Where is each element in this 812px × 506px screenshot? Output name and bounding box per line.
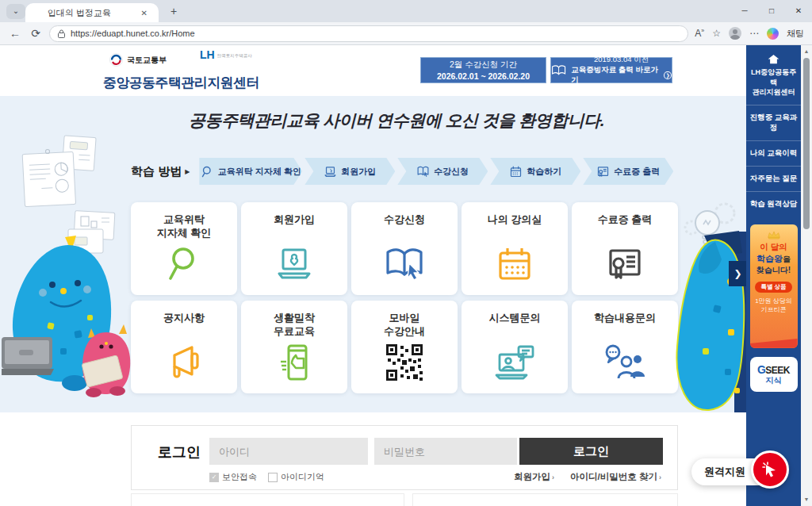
address-bar[interactable]: https://eduapt.hunet.co.kr/Home bbox=[49, 25, 688, 42]
book-icon bbox=[551, 64, 566, 76]
quick-sidebar: LH중앙공동주택 관리지원센터 진행중 교육과정 나의 교육이력 자주묻는 질문… bbox=[746, 45, 801, 506]
url-text: https://eduapt.hunet.co.kr/Home bbox=[71, 29, 195, 38]
qr-code-icon bbox=[386, 344, 423, 381]
close-button[interactable]: ✕ bbox=[785, 0, 812, 22]
enrollment-period-banner[interactable]: 2월 수강신청 기간 2026.02.01 ~ 2026.02.20 bbox=[420, 57, 546, 83]
card-signup[interactable]: 회원가입 bbox=[241, 202, 347, 295]
checkbox-empty-icon bbox=[268, 473, 278, 482]
sidebar-item-faq[interactable]: 자주묻는 질문 bbox=[746, 166, 801, 191]
sidebar-item-ongoing-courses[interactable]: 진행중 교육과정 bbox=[746, 105, 801, 140]
magnifier-icon bbox=[165, 245, 203, 283]
browser-tab[interactable]: 입대의 법정교육 ✕ bbox=[25, 3, 159, 22]
step-learn: 학습하기 bbox=[490, 158, 580, 185]
card-print-certificate[interactable]: 수료증 출력 bbox=[572, 202, 678, 295]
triangle-icon: ▶ bbox=[185, 168, 190, 175]
minimize-button[interactable]: ─ bbox=[731, 0, 758, 22]
chevron-right-icon: › bbox=[552, 473, 554, 481]
lh-subtitle: 한국토지주택공사 bbox=[217, 53, 252, 60]
screen: ⌄ 입대의 법정교육 ✕ + ─ □ ✕ ← ⟳ https://eduapt.… bbox=[0, 0, 812, 506]
home-icon bbox=[768, 54, 779, 64]
chevron-right-icon: › bbox=[659, 473, 661, 481]
step-enroll: 수강신청 bbox=[397, 158, 488, 185]
certificate-icon bbox=[605, 245, 645, 283]
welcome-message: 공동주택관리교육 사이버 연수원에 오신 것을 환영합니다. bbox=[119, 109, 674, 132]
remote-support-icon[interactable] bbox=[751, 450, 789, 489]
cursor-click-icon bbox=[760, 460, 779, 479]
secure-access-checkbox[interactable]: ✓ 보안접속 bbox=[209, 471, 257, 483]
card-enroll[interactable]: 수강신청 bbox=[351, 202, 458, 295]
step-print-certificate: 수료증 출력 bbox=[583, 158, 673, 185]
card-free-education[interactable]: 생활밀착무료교육 bbox=[241, 301, 347, 393]
gseek-banner[interactable]: GSEEK 지식 bbox=[750, 357, 798, 392]
bottom-board-right bbox=[412, 493, 678, 506]
learning-king-banner[interactable]: 이 달의 학습왕을 찾습니다! 특별 상품 1만원 상당의기프티콘 bbox=[750, 224, 798, 348]
laptop-icon bbox=[324, 165, 337, 178]
checkbox-checked-icon: ✓ bbox=[209, 473, 219, 482]
tab-close-icon[interactable]: ✕ bbox=[138, 7, 151, 19]
browser-tabstrip: ⌄ 입대의 법정교육 ✕ + ─ □ ✕ bbox=[0, 0, 812, 22]
card-notice[interactable]: 공지사항 bbox=[131, 301, 237, 393]
sidebar-item-my-history[interactable]: 나의 교육이력 bbox=[746, 140, 801, 166]
page-scrollbar[interactable]: ▲ ▼ bbox=[801, 45, 812, 506]
browser-toolbar: ← ⟳ https://eduapt.hunet.co.kr/Home A» ☆… bbox=[0, 22, 812, 45]
login-button[interactable]: 로그인 bbox=[519, 438, 663, 465]
calendar-icon bbox=[496, 245, 534, 283]
favorite-star-icon[interactable]: ☆ bbox=[712, 28, 721, 39]
more-menu-icon[interactable]: ⋯ bbox=[749, 28, 759, 39]
back-icon[interactable]: ← bbox=[8, 27, 22, 40]
magnifier-icon bbox=[201, 165, 214, 178]
lock-icon bbox=[58, 29, 65, 38]
remember-id-checkbox[interactable]: 아이디기억 bbox=[268, 471, 324, 483]
login-label: 로그인 bbox=[158, 443, 201, 462]
quick-menu-cards: 교육위탁지자체 확인 회원가입 수강신청 나의 강의실 수료증 출력 공지사항 bbox=[131, 202, 678, 393]
gseek-logo: G bbox=[757, 363, 765, 376]
copilot-icon[interactable] bbox=[767, 28, 779, 40]
book-cursor-icon bbox=[383, 244, 426, 284]
maximize-button[interactable]: □ bbox=[758, 0, 785, 22]
copilot-label[interactable]: 채팅 bbox=[787, 28, 804, 40]
people-chat-icon bbox=[603, 343, 647, 381]
join-link[interactable]: 회원가입› bbox=[514, 471, 554, 483]
card-mobile-guide[interactable]: 모바일수강안내 bbox=[351, 301, 458, 393]
new-tab-button[interactable]: + bbox=[165, 3, 182, 19]
lh-logo: LH 한국토지주택공사 bbox=[200, 49, 252, 60]
scrollbar-thumb[interactable] bbox=[803, 58, 810, 229]
sidebar-item-remote-counsel[interactable]: 학습 원격상담 bbox=[746, 191, 801, 217]
sidebar-home[interactable]: LH중앙공동주택 관리지원센터 bbox=[746, 45, 801, 105]
learning-steps: 학습 방법▶ 교육위탁 지자체 확인 회원가입 수강신청 학습하기 수료증 출력 bbox=[131, 158, 673, 185]
id-input[interactable] bbox=[209, 438, 368, 465]
calendar-icon bbox=[509, 165, 523, 178]
password-input[interactable] bbox=[374, 438, 517, 465]
ministry-logo-icon bbox=[109, 53, 123, 67]
card-system-inquiry[interactable]: 시스템문의 bbox=[462, 301, 568, 393]
certificate-print-line2: 교육증빙자료 출력 바로가기 bbox=[571, 65, 661, 86]
card-check-municipality[interactable]: 교육위탁지자체 확인 bbox=[131, 202, 237, 295]
lh-mark: LH bbox=[200, 49, 215, 60]
steps-label: 학습 방법▶ bbox=[131, 164, 190, 179]
carousel-next-button[interactable]: ❯ bbox=[729, 261, 746, 286]
read-aloud-icon[interactable]: A» bbox=[695, 28, 704, 39]
login-links: 회원가입› 아이디/비밀번호 찾기› bbox=[514, 471, 661, 483]
step-signup: 회원가입 bbox=[304, 158, 395, 185]
hero-section: 공동주택관리교육 사이버 연수원에 오신 것을 환영합니다. bbox=[0, 96, 746, 412]
scroll-down-icon[interactable]: ▼ bbox=[801, 495, 812, 504]
profile-avatar[interactable] bbox=[729, 27, 741, 40]
tab-menu-icon[interactable]: ⌄ bbox=[6, 4, 25, 19]
card-my-classroom[interactable]: 나의 강의실 bbox=[462, 202, 568, 295]
find-account-link[interactable]: 아이디/비밀번호 찾기› bbox=[570, 471, 661, 483]
go-arrow-icon: ❯ bbox=[664, 71, 672, 79]
site-header: 국토교통부 LH 한국토지주택공사 중앙공동주택관리지원센터 2월 수강신청 기… bbox=[0, 45, 746, 96]
window-controls: ─ □ ✕ bbox=[731, 0, 812, 22]
enrollment-period-line1: 2월 수강신청 기간 bbox=[450, 59, 517, 71]
refresh-icon[interactable]: ⟳ bbox=[29, 27, 43, 40]
scroll-up-icon[interactable]: ▲ bbox=[801, 47, 812, 56]
site-title: 중앙공동주택관리지원센터 bbox=[103, 74, 259, 92]
ministry-logo: 국토교통부 bbox=[109, 53, 167, 67]
card-content-inquiry[interactable]: 학습내용문의 bbox=[572, 301, 678, 393]
certificate-print-banner[interactable]: 2019.03.04 이전 교육증빙자료 출력 바로가기 ❯ bbox=[550, 57, 672, 83]
laptop-join-icon bbox=[274, 245, 315, 283]
megaphone-icon bbox=[163, 343, 205, 382]
monster-characters-illustration bbox=[2, 236, 135, 399]
ministry-name: 국토교통부 bbox=[127, 55, 167, 66]
bottom-board-left bbox=[131, 493, 404, 506]
